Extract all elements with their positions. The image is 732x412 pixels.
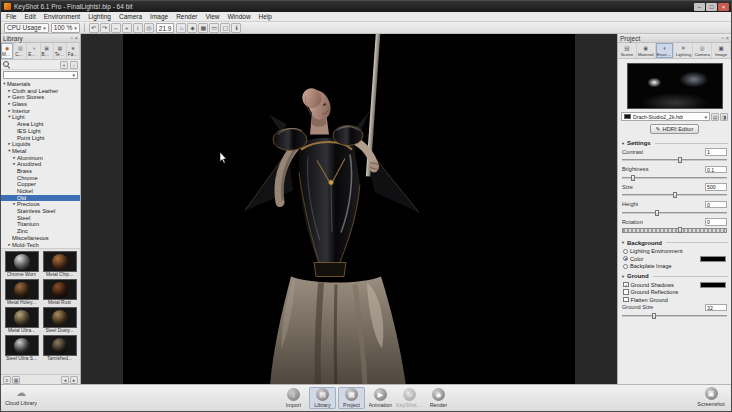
material-thumb-metal-holey[interactable]: Metal Holey... [3,279,40,306]
slider-knob[interactable] [673,192,677,198]
project-tab-lighting[interactable]: ☀Lighting [674,43,693,58]
material-thumb-tarnished[interactable]: Tarnished... [41,335,78,362]
ground-size-slider[interactable] [622,312,727,319]
pan-icon[interactable]: + [122,23,132,33]
background-color-swatch[interactable] [700,256,726,262]
menu-lighting[interactable]: Lighting [84,13,115,20]
screenshot-button[interactable]: ▣ Screenshot [694,387,728,407]
menu-camera[interactable]: Camera [115,13,146,20]
menu-window[interactable]: Window [223,13,254,20]
slider-knob[interactable] [678,157,682,163]
rotation-slider[interactable] [622,227,727,234]
cloud-library-button[interactable]: ☁ Cloud Library [4,387,38,406]
tree-item-miscellaneous[interactable]: Miscellaneous [1,235,80,242]
tree-item-steel[interactable]: Steel [1,215,80,222]
menu-help[interactable]: Help [255,13,276,20]
menu-edit[interactable]: Edit [20,13,39,20]
slider-knob[interactable] [655,210,659,216]
minimize-button[interactable]: – [694,3,705,11]
material-thumb-steel-ultra-s[interactable]: Steel Ultra S... [3,335,40,362]
perspective-icon[interactable]: ◈ [187,23,197,33]
close-panel-icon[interactable]: × [726,35,729,41]
project-tab-material[interactable]: ◉Material [637,43,656,58]
tree-item-aluminum[interactable]: ▸Aluminum [1,155,80,162]
menu-render[interactable]: Render [172,13,201,20]
tree-item-point-light[interactable]: Point Light [1,135,80,142]
library-tab-environments[interactable]: ◑Environments [27,43,40,59]
home-icon[interactable]: ⌂ [176,23,186,33]
background-option-backplate-image[interactable]: Backplate Image [623,263,726,269]
tree-item-ies-light[interactable]: IES Light [1,128,80,135]
library-tab-textures[interactable]: ▦Textures [54,43,67,59]
size-slider[interactable] [622,192,727,199]
next-page-icon[interactable]: ▸ [70,376,78,384]
slider-knob[interactable] [652,313,656,319]
taskbar-render-button[interactable]: ◉Render [425,387,452,409]
tree-item-glass[interactable]: ▸Glass [1,101,80,108]
tree-item-copper[interactable]: Copper [1,181,80,188]
ground-option-ground-shadows[interactable]: ✓Ground Shadows [623,282,726,288]
close-button[interactable]: × [718,3,729,11]
close-panel-icon[interactable]: × [75,35,78,41]
ground-section-header[interactable]: ▼ Ground [621,273,728,279]
resolution-dropdown[interactable]: 100 % ▾ [51,23,80,33]
slider-knob[interactable] [631,175,635,181]
project-tab-environment[interactable]: ◐Environment [656,43,675,58]
open-folder-icon[interactable]: ▤ [711,113,719,121]
project-tab-scene[interactable]: ▤Scene [618,43,637,58]
tree-item-metal[interactable]: ▾Metal [1,148,80,155]
material-thumb-metal-ultra[interactable]: Metal Ultra... [3,307,40,334]
move-icon[interactable]: ↔ [111,23,121,33]
material-thumb-steel-dusty[interactable]: Steel Dusty... [41,307,78,334]
import-material-icon[interactable]: ↓ [70,61,78,69]
tree-item-nickel[interactable]: Nickel [1,188,80,195]
dolly-icon[interactable]: ↕ [133,23,143,33]
brightness-slider[interactable] [622,174,727,181]
background-option-lighting-environment[interactable]: Lighting Environment [623,248,726,254]
tree-item-titanium[interactable]: Titanium [1,221,80,228]
taskbar-keyshotvr-button[interactable]: ↻KeyShotVR [396,387,423,409]
search-icon[interactable] [3,61,10,68]
background-section-header[interactable]: ▼ Background [621,240,728,246]
radio-color[interactable] [623,256,628,261]
height-slider[interactable] [622,209,727,216]
environment-preview[interactable] [627,63,723,109]
float-panel-icon[interactable]: ▫ [71,35,73,41]
checkbox-ground-reflections[interactable] [623,289,629,295]
grid-view-icon[interactable]: ▦ [12,376,20,384]
region-icon[interactable]: ▢ [220,23,230,33]
hdri-editor-button[interactable]: ✎ HDRI Editor [650,124,700,134]
project-tab-camera[interactable]: ◎Camera [693,43,712,58]
checkbox-flatten-ground[interactable] [623,297,629,303]
brightness-value-field[interactable]: 0.1 [705,166,727,174]
tree-item-old[interactable]: Old [1,195,80,202]
save-environment-icon[interactable]: ◨ [720,113,728,121]
focal-length-field[interactable]: 21.9 [156,23,175,33]
info-icon[interactable]: ℹ [231,23,241,33]
viewport-3d[interactable] [81,34,617,384]
menu-view[interactable]: View [202,13,224,20]
tree-item-stainless-steel[interactable]: Stainless Steel [1,208,80,215]
ground-option-flatten-ground[interactable]: Flatten Ground [623,297,726,303]
ground-shadow-color-swatch[interactable] [700,282,726,288]
tree-item-brass[interactable]: Brass [1,168,80,175]
undo-icon[interactable]: ↶ [89,23,99,33]
radio-lighting-environment[interactable] [623,249,628,254]
material-thumb-metal-chip[interactable]: Metal Chip... [41,251,78,278]
menu-image[interactable]: Image [146,13,172,20]
environment-file-dropdown[interactable]: Drach-Studio2_2k.hdr ▾ [621,112,710,121]
cpu-usage-dropdown[interactable]: CPU Usage ▾ [4,23,49,33]
radio-backplate-image[interactable] [623,264,628,269]
redo-icon[interactable]: ↷ [100,23,110,33]
taskbar-animation-button[interactable]: ▶Animation [367,387,394,409]
add-folder-icon[interactable]: + [60,61,68,69]
rotation-value-field[interactable]: 0 [705,218,727,226]
settings-section-header[interactable]: ▼ Settings [621,140,728,146]
tree-item-light[interactable]: ▾Light [1,114,80,121]
list-view-icon[interactable]: ≡ [3,376,11,384]
tree-item-gem-stones[interactable]: ▸Gem Stones [1,94,80,101]
tree-item-precious[interactable]: ▸Precious [1,201,80,208]
tree-item-materials[interactable]: ▾Materials [1,81,80,88]
render-area[interactable] [123,34,575,384]
slider-knob[interactable] [678,227,682,233]
